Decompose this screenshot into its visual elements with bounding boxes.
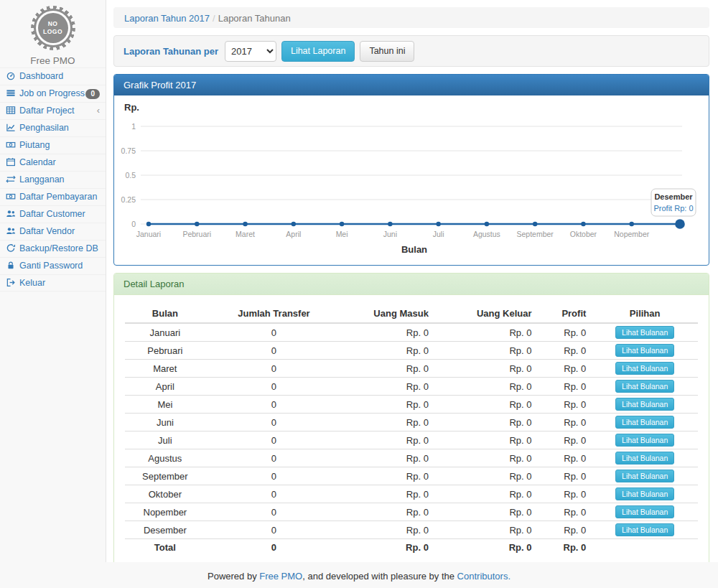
detail-report-table: BulanJumlah TransferUang MasukUang Kelua…	[125, 304, 698, 556]
lihat-bulanan-button[interactable]: Lihat Bulanan	[615, 398, 674, 411]
lihat-bulanan-button[interactable]: Lihat Bulanan	[615, 416, 674, 429]
profit-line-chart: Rp.00.250.50.751JanuariPebruariMaretApri…	[114, 95, 709, 265]
lihat-bulanan-button[interactable]: Lihat Bulanan	[615, 487, 674, 500]
table-row: Mei0Rp. 0Rp. 0Rp. 0Lihat Bulanan	[125, 396, 698, 414]
sidebar-item-langganan[interactable]: Langganan	[0, 171, 106, 188]
cell-jumlah-transfer: 0	[205, 378, 343, 396]
profit-chart-panel: Grafik Profit 2017 Rp.00.250.50.751Janua…	[113, 74, 709, 266]
cell-jumlah-transfer: 0	[205, 449, 343, 467]
calendar-icon	[6, 157, 17, 169]
cell-uang-masuk: Rp. 0	[342, 342, 434, 360]
brand-link[interactable]: NO LOGO Free PMO	[0, 0, 106, 67]
svg-text:Pebruari: Pebruari	[182, 230, 211, 238]
table-row: Oktober0Rp. 0Rp. 0Rp. 0Lihat Bulanan	[125, 485, 698, 503]
cell-jumlah-transfer: 0	[205, 360, 343, 378]
money-icon	[6, 192, 17, 204]
count-badge: 0	[85, 89, 100, 99]
lihat-bulanan-button[interactable]: Lihat Bulanan	[615, 505, 674, 518]
column-header: Profit	[538, 304, 592, 323]
footer-contributors-link[interactable]: Contributors.	[457, 571, 510, 582]
column-header: Bulan	[125, 304, 205, 323]
table-row: Nopember0Rp. 0Rp. 0Rp. 0Lihat Bulanan	[125, 503, 698, 521]
footer-text-prefix: Powered by	[208, 571, 259, 582]
sidebar-item-dashboard[interactable]: Dashboard	[0, 67, 106, 85]
sidebar-item-piutang[interactable]: Piutang	[0, 136, 106, 154]
lihat-bulanan-button[interactable]: Lihat Bulanan	[615, 470, 674, 482]
sidebar-item-keluar[interactable]: Keluar	[0, 274, 106, 291]
tahun-ini-button[interactable]: Tahun ini	[360, 41, 414, 62]
sidebar-item-label: Daftar Customer	[19, 209, 85, 219]
cell-uang-keluar: Rp. 0	[434, 521, 538, 539]
svg-text:Mei: Mei	[336, 230, 348, 238]
svg-text:Agustus: Agustus	[473, 230, 500, 238]
cell-uang-masuk: Rp. 0	[342, 449, 434, 467]
sidebar-item-penghasilan[interactable]: Penghasilan	[0, 119, 106, 136]
cell-uang-masuk: Rp. 0	[342, 360, 434, 378]
table-row: September0Rp. 0Rp. 0Rp. 0Lihat Bulanan	[125, 467, 698, 485]
cell-jumlah-transfer: 0	[205, 396, 343, 414]
sidebar-item-label: Daftar Project	[19, 106, 74, 116]
sidebar-item-daftar-customer[interactable]: Daftar Customer	[0, 205, 106, 223]
svg-text:Bulan: Bulan	[401, 244, 427, 255]
cell-uang-masuk: Rp. 0	[342, 431, 434, 449]
cell-jumlah-transfer: 0	[205, 323, 343, 342]
exchange-icon	[6, 174, 17, 187]
cell-profit: Rp. 0	[538, 449, 592, 467]
cell-uang-keluar: Rp. 0	[434, 431, 538, 449]
cell-uang-masuk: Rp. 0	[342, 378, 434, 396]
breadcrumb-separator: /	[210, 13, 218, 24]
lihat-bulanan-button[interactable]: Lihat Bulanan	[615, 326, 674, 339]
cell-uang-masuk: Rp. 0	[342, 503, 434, 521]
sidebar-menu: DashboardJob on Progress0Daftar Project‹…	[0, 67, 106, 291]
cell-jumlah-transfer: 0	[205, 503, 343, 521]
cell-uang-keluar: Rp. 0	[434, 342, 538, 360]
lihat-bulanan-button[interactable]: Lihat Bulanan	[615, 380, 674, 393]
svg-text:Juni: Juni	[383, 230, 397, 238]
cell-profit: Rp. 0	[538, 414, 592, 431]
svg-text:Profit Rp: 0: Profit Rp: 0	[653, 204, 693, 213]
lihat-bulanan-button[interactable]: Lihat Bulanan	[615, 452, 674, 465]
cell-jumlah-transfer: 0	[205, 521, 343, 539]
tasks-icon	[6, 88, 17, 101]
cell-profit: Rp. 0	[538, 360, 592, 378]
sidebar: NO LOGO Free PMO DashboardJob on Progres…	[0, 0, 106, 562]
cell-uang-keluar: Rp. 0	[434, 485, 538, 503]
sidebar-item-daftar-pembayaran[interactable]: Daftar Pembayaran	[0, 188, 106, 205]
table-row: Pebruari0Rp. 0Rp. 0Rp. 0Lihat Bulanan	[125, 342, 698, 360]
no-logo-text: NO LOGO	[38, 13, 68, 43]
cell-jumlah-transfer: 0	[205, 485, 343, 503]
sidebar-item-label: Keluar	[19, 278, 45, 288]
cell-profit: Rp. 0	[538, 431, 592, 449]
cell-uang-masuk: Rp. 0	[342, 414, 434, 431]
cell-uang-masuk: Rp. 0	[342, 521, 434, 539]
svg-text:0.5: 0.5	[125, 171, 136, 179]
sidebar-item-label: Calendar	[19, 157, 56, 167]
cell-uang-keluar: Rp. 0	[434, 449, 538, 467]
cell-bulan: Oktober	[125, 485, 205, 503]
year-select[interactable]: 2017	[225, 41, 276, 62]
cell-uang-masuk: Rp. 0	[342, 323, 434, 342]
lihat-bulanan-button[interactable]: Lihat Bulanan	[615, 434, 674, 447]
breadcrumb-link[interactable]: Laporan Tahun 2017	[124, 13, 210, 24]
lihat-bulanan-button[interactable]: Lihat Bulanan	[615, 362, 674, 375]
svg-text:September: September	[516, 230, 554, 238]
lihat-laporan-button[interactable]: Lihat Laporan	[281, 41, 355, 62]
cell-profit: Rp. 0	[538, 467, 592, 485]
sidebar-item-calendar[interactable]: Calendar	[0, 154, 106, 171]
sidebar-item-ganti-password[interactable]: Ganti Password	[0, 257, 106, 274]
sidebar-item-daftar-vendor[interactable]: Daftar Vendor	[0, 223, 106, 240]
sidebar-item-backup-restore-db[interactable]: Backup/Restore DB	[0, 240, 106, 257]
users-icon	[6, 226, 17, 238]
cell-uang-keluar: Rp. 0	[434, 396, 538, 414]
sidebar-item-daftar-project[interactable]: Daftar Project‹	[0, 102, 106, 119]
table-row: Juni0Rp. 0Rp. 0Rp. 0Lihat Bulanan	[125, 414, 698, 431]
table-row: Desember0Rp. 0Rp. 0Rp. 0Lihat Bulanan	[125, 521, 698, 539]
lihat-bulanan-button[interactable]: Lihat Bulanan	[615, 523, 674, 536]
lihat-bulanan-button[interactable]: Lihat Bulanan	[615, 344, 674, 357]
chevron-left-icon: ‹	[97, 106, 100, 116]
footer-brand-link[interactable]: Free PMO	[259, 571, 302, 582]
cell-bulan: Pebruari	[125, 342, 205, 360]
report-period-label: Laporan Tahunan per	[123, 46, 218, 57]
cell-profit: Rp. 0	[538, 378, 592, 396]
sidebar-item-job-on-progress[interactable]: Job on Progress0	[0, 85, 106, 102]
